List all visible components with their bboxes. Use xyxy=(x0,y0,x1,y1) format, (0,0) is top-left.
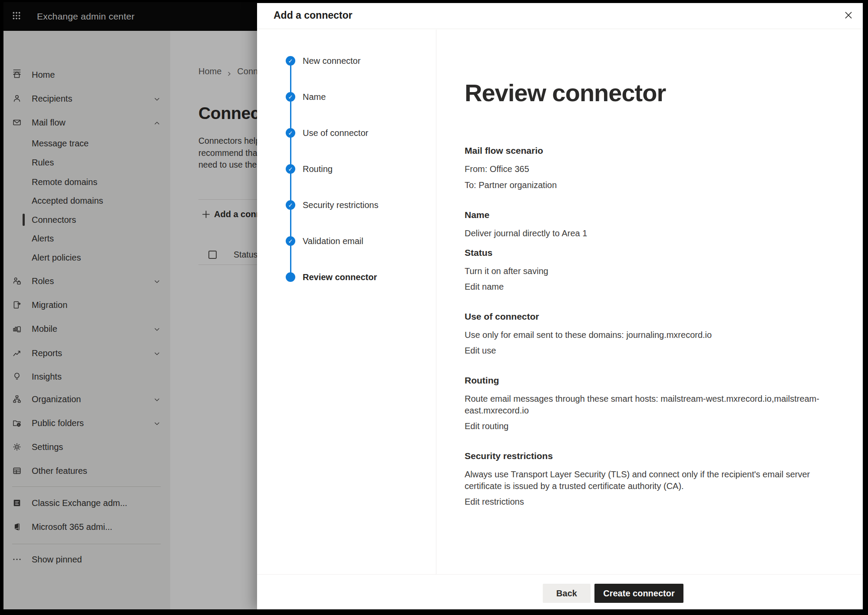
step-completed-check-icon: ✓ xyxy=(286,92,295,102)
step-label: Validation email xyxy=(303,236,363,246)
step-label: Name xyxy=(303,92,326,102)
wizard-stepper: ✓New connector✓Name✓Use of connector✓Rou… xyxy=(257,30,436,574)
review-subheading: Status xyxy=(465,247,832,259)
review-text: Use only for email sent to these domains… xyxy=(465,329,832,341)
step-label: Review connector xyxy=(303,272,377,282)
step-new-connector[interactable]: ✓New connector xyxy=(257,55,436,66)
panel-footer: Back Create connector xyxy=(257,574,863,609)
step-validation-email[interactable]: ✓Validation email xyxy=(257,235,436,247)
step-current-icon xyxy=(286,272,295,282)
close-button[interactable] xyxy=(841,9,856,23)
edit-link-edit-restrictions[interactable]: Edit restrictions xyxy=(465,496,832,508)
edit-link-edit-name[interactable]: Edit name xyxy=(465,281,832,293)
review-text: To: Partner organization xyxy=(465,179,832,191)
step-completed-check-icon: ✓ xyxy=(286,236,295,246)
review-text: Route email messages through these smart… xyxy=(465,393,832,417)
step-completed-check-icon: ✓ xyxy=(286,200,295,210)
create-connector-button[interactable]: Create connector xyxy=(594,584,683,603)
review-text: Turn it on after saving xyxy=(465,265,832,277)
back-button[interactable]: Back xyxy=(543,584,591,603)
step-label: Security restrictions xyxy=(303,200,379,210)
step-completed-check-icon: ✓ xyxy=(286,164,295,174)
step-name[interactable]: ✓Name xyxy=(257,91,436,102)
review-heading: Name xyxy=(465,209,832,221)
step-label: Use of connector xyxy=(303,128,368,138)
review-heading: Use of connector xyxy=(465,311,832,323)
review-heading: Review connector xyxy=(465,79,832,107)
panel-title: Add a connector xyxy=(274,10,352,21)
review-content: Review connector Mail flow scenarioFrom:… xyxy=(465,79,832,508)
step-use-of-connector[interactable]: ✓Use of connector xyxy=(257,127,436,139)
review-heading: Mail flow scenario xyxy=(465,145,832,157)
divider xyxy=(436,30,436,574)
edit-link-edit-use[interactable]: Edit use xyxy=(465,345,832,357)
review-heading: Security restrictions xyxy=(465,450,832,462)
close-icon xyxy=(844,10,853,22)
step-completed-check-icon: ✓ xyxy=(286,56,295,66)
edit-link-edit-routing[interactable]: Edit routing xyxy=(465,420,832,432)
step-label: Routing xyxy=(303,164,333,174)
review-heading: Routing xyxy=(465,374,832,387)
add-connector-panel: Add a connector ✓New connector✓Name✓Use … xyxy=(257,3,863,609)
review-text: From: Office 365 xyxy=(465,163,832,175)
review-text: Always use Transport Layer Security (TLS… xyxy=(465,469,832,492)
panel-header: Add a connector xyxy=(257,3,863,29)
app-window: Exchange admin center HomeRecipientsMail… xyxy=(3,2,863,609)
step-review-connector[interactable]: Review connector xyxy=(257,271,436,283)
step-routing[interactable]: ✓Routing xyxy=(257,163,436,175)
step-security-restrictions[interactable]: ✓Security restrictions xyxy=(257,199,436,211)
step-label: New connector xyxy=(303,56,360,66)
review-text: Deliver journal directly to Area 1 xyxy=(465,228,832,239)
step-completed-check-icon: ✓ xyxy=(286,128,295,138)
